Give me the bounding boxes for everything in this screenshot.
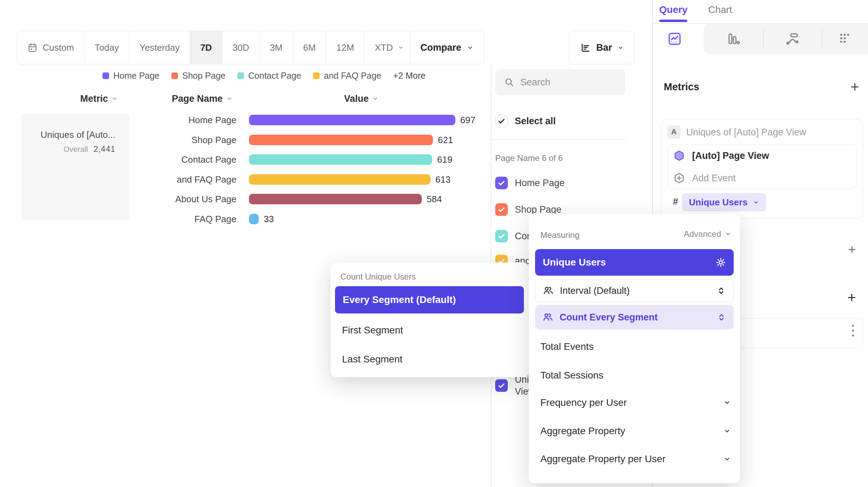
event-row[interactable]: [Auto] Page View <box>668 144 856 167</box>
viz-tab-funnel[interactable] <box>837 31 853 47</box>
bar[interactable] <box>249 135 433 145</box>
measure-aggregate-property-per-user[interactable]: Aggregate Property per User <box>529 449 740 469</box>
segment-checkbox[interactable] <box>495 379 508 392</box>
legend-label: Home Page <box>113 71 159 81</box>
date-range-label: 7D <box>200 42 212 53</box>
bar[interactable] <box>249 174 431 185</box>
legend-swatch <box>102 72 109 79</box>
segment-group-label: Page Name 6 of 6 <box>495 153 563 163</box>
strip-divider <box>822 29 823 49</box>
date-range-custom[interactable]: Custom <box>17 31 84 64</box>
compare-button[interactable]: Compare <box>410 31 484 64</box>
search-placeholder: Search <box>520 77 550 88</box>
segment-search-input[interactable]: Search <box>495 69 625 95</box>
legend-label: Contact Page <box>248 71 301 81</box>
add-event-row[interactable]: Add Event <box>668 167 856 189</box>
compare-label: Compare <box>420 42 461 53</box>
chevron-down-icon <box>723 399 731 407</box>
segment-mode-label: Count Every Segment <box>560 312 711 323</box>
people-icon <box>543 285 554 296</box>
date-range-7d[interactable]: 7D <box>190 31 222 64</box>
option-every-segment[interactable]: Every Segment (Default) <box>335 286 524 313</box>
add-metric-button[interactable]: + <box>851 80 859 94</box>
date-range-yesterday[interactable]: Yesterday <box>129 31 190 64</box>
chevron-down-icon <box>723 427 731 435</box>
count-every-segment-selector[interactable]: Count Every Segment <box>535 305 734 330</box>
tab-query[interactable]: Query <box>659 3 688 17</box>
measure-aggregate-property[interactable]: Aggregate Property <box>529 421 740 441</box>
bar-category-label: Shop Page <box>159 135 236 146</box>
date-range-3m[interactable]: 3M <box>259 31 293 64</box>
bar[interactable] <box>249 154 432 165</box>
advanced-label: Advanced <box>684 229 721 239</box>
tab-chart[interactable]: Chart <box>708 3 732 17</box>
add-filter-button[interactable]: + <box>848 243 856 256</box>
legend-item[interactable]: Home Page <box>102 71 159 81</box>
metric-definition-title: Uniques of [Auto] Page View <box>686 127 806 138</box>
measure-option-label: Aggregate Property <box>540 425 723 437</box>
bar-value-label: 33 <box>264 214 274 225</box>
bar-chart-icon <box>726 32 740 46</box>
segment-checkbox[interactable] <box>495 230 508 242</box>
stepper-icon <box>717 313 726 322</box>
measure-total-sessions[interactable]: Total Sessions <box>529 366 740 385</box>
gear-icon[interactable] <box>716 257 726 268</box>
date-range-xtd[interactable]: XTD <box>364 31 414 64</box>
legend-item[interactable]: and FAQ Page <box>313 71 381 81</box>
measure-total-events[interactable]: Total Events <box>529 337 740 357</box>
option-first-segment[interactable]: First Segment <box>342 320 403 340</box>
date-range-group: Custom Today Yesterday 7D 30D 3M 6M 12M … <box>17 31 414 64</box>
measure-dropdown[interactable]: Unique Users <box>682 193 766 211</box>
select-all-row[interactable]: Select all <box>495 111 628 131</box>
measuring-popup: Measuring Advanced Unique Users Interval… <box>529 214 740 483</box>
chart-row: Home Page 697 <box>159 110 475 130</box>
chevron-down-icon <box>753 199 759 206</box>
option-last-segment[interactable]: Last Segment <box>342 350 403 369</box>
chart-row: Shop Page 621 <box>159 130 453 150</box>
column-header-value[interactable]: Value <box>322 93 401 104</box>
legend-swatch <box>171 72 178 79</box>
popup-title: Count Unique Users <box>340 272 416 282</box>
funnel-dots-icon <box>838 32 852 46</box>
date-range-label: XTD <box>375 42 393 53</box>
chart-type-select[interactable]: Bar <box>569 31 634 64</box>
date-range-12m[interactable]: 12M <box>326 31 364 64</box>
advanced-dropdown[interactable]: Advanced <box>684 229 732 239</box>
measure-unique-users[interactable]: Unique Users <box>535 249 734 276</box>
bar-value-label: 697 <box>460 115 475 126</box>
date-range-today[interactable]: Today <box>84 31 129 64</box>
date-range-30d[interactable]: 30D <box>222 31 259 64</box>
legend-item[interactable]: Shop Page <box>171 71 226 81</box>
bar[interactable] <box>249 214 259 224</box>
chevron-down-icon <box>723 455 731 463</box>
select-all-checkbox[interactable] <box>495 115 508 127</box>
chart-row: FAQ Page 33 <box>159 209 274 229</box>
interval-selector[interactable]: Interval (Default) <box>535 279 734 302</box>
legend-item[interactable]: Contact Page <box>237 71 301 81</box>
bar-value-label: 613 <box>435 174 450 185</box>
viz-tab-insights[interactable] <box>667 31 682 47</box>
legend-swatch <box>237 72 244 79</box>
metric-summary-card[interactable]: Uniques of [Auto... Overall 2,441 <box>21 113 129 220</box>
column-header-label: Page Name <box>172 93 223 104</box>
viz-tab-bar[interactable] <box>726 31 741 47</box>
chart-legend: Home Page Shop Page Contact Page and FAQ… <box>102 71 426 80</box>
legend-more-link[interactable]: +2 More <box>393 71 425 81</box>
segment-checkbox[interactable] <box>495 203 508 216</box>
add-breakdown-button[interactable]: + <box>847 290 856 305</box>
chevron-down-icon <box>467 44 474 51</box>
date-range-label: Yesterday <box>140 42 180 53</box>
segment-checkbox[interactable] <box>495 177 508 189</box>
bar[interactable] <box>249 194 422 204</box>
bar[interactable] <box>249 115 455 125</box>
segment-row-home-page[interactable]: Home Page <box>495 173 628 193</box>
viz-tab-flows[interactable] <box>785 31 800 47</box>
date-range-6m[interactable]: 6M <box>293 31 326 64</box>
measure-option-label: Total Events <box>540 341 731 352</box>
measure-frequency-per-user[interactable]: Frequency per User <box>529 393 740 412</box>
more-options-button[interactable] <box>852 325 854 337</box>
search-icon <box>504 77 514 87</box>
column-header-page-name[interactable]: Page Name <box>161 93 243 104</box>
measure-option-label: Frequency per User <box>540 397 723 408</box>
column-header-metric[interactable]: Metric <box>70 93 128 104</box>
